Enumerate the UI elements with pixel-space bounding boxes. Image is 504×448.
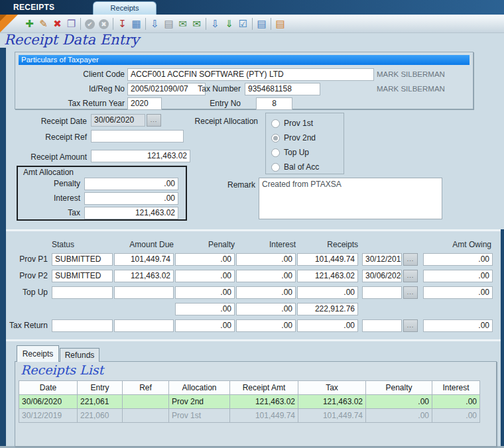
cell-entry: 221,061 [78,395,123,409]
tax-number-field[interactable]: 9354681158 [245,83,320,95]
import-tray-icon[interactable]: ⇓ [222,17,236,31]
tax-year-label: Tax Return Year [29,97,125,109]
receipt-row[interactable]: 30/06/2020221,061Prov 2nd121,463.02121,4… [19,395,480,409]
date-field[interactable] [362,286,402,299]
radio-option-prov-2nd[interactable]: Prov 2nd [266,131,344,145]
sort-descending-icon[interactable]: ⇩ [148,17,162,31]
col-header-allocation[interactable]: Allocation [169,381,230,395]
radio-label: Top Up [284,148,309,157]
penalty-field[interactable]: .00 [175,319,235,332]
receipt-ref-field[interactable] [91,130,184,142]
date-browse-button[interactable]: ... [403,253,418,266]
radio-icon[interactable] [271,119,280,128]
col-header-penalty[interactable]: Penalty [366,381,432,395]
cell-receipt_amt: 101,449.74 [230,409,298,423]
radio-option-prov-1st[interactable]: Prov 1st [266,116,344,131]
grid-row-label: Top Up [6,288,50,297]
interest-field[interactable]: .00 [236,303,296,315]
receipt-row[interactable]: 30/12/2019221,060Prov 1st101,449.74101,4… [19,409,480,423]
radio-option-top-up[interactable]: Top Up [266,145,344,160]
email-send-icon[interactable]: ✉ [190,17,204,31]
penalty-field[interactable]: .00 [175,286,235,299]
sort-descending2-icon[interactable]: ⇩ [208,17,222,31]
interest-field[interactable]: .00 [236,286,296,299]
remark-textarea[interactable]: Created from PTAXSA [259,178,442,219]
amount-due-field[interactable]: 101,449.74 [114,253,174,266]
date-field[interactable] [362,319,402,332]
radio-label: Bal of Acc [284,162,319,172]
cancel-disabled-icon: ✖ [97,17,111,31]
penalty-field[interactable]: .00 [175,253,235,266]
col-header-ref[interactable]: Ref [123,381,169,395]
receipts-field[interactable]: 222,912.76 [297,303,358,315]
table-view-icon[interactable]: ▤ [255,17,269,31]
receipts-field[interactable]: 121,463.02 [297,270,358,282]
toolbar-separator [113,18,113,30]
particulars-panel: Particulars of Taxpayer Client Code ACCF… [15,52,473,109]
date-field[interactable]: 30/06/2020 [362,270,402,282]
date-field[interactable]: 30/12/2019 [362,253,402,266]
receipts-field[interactable]: .00 [297,286,358,299]
col-header-interest[interactable]: Interest [432,381,480,395]
amt-row-field[interactable]: .00 [84,178,178,190]
penalty-field[interactable]: .00 [175,270,235,282]
print-icon[interactable]: ▤ [162,17,176,31]
receipts-field[interactable]: .00 [297,319,358,332]
new-document-icon[interactable]: ✚ [23,17,36,31]
client-code-field[interactable]: ACCF001 ACCFIN SOFTWARE (PTY) LTD [127,68,374,81]
interest-field[interactable]: .00 [236,270,296,282]
import-document-icon[interactable]: ↧ [115,17,129,31]
amt-row-field[interactable]: 121,463.02 [84,207,178,219]
radio-icon[interactable] [271,163,280,172]
radio-option-bal-of-acc[interactable]: Bal of Acc [266,160,344,174]
amt-allocation-row: Interest.00 [18,192,178,205]
cell-receipt_amt: 121,463.02 [230,395,298,409]
tab-receipts-top[interactable]: Receipts [93,1,157,15]
col-header-entry[interactable]: Entry [78,381,123,395]
penalty-field[interactable]: .00 [175,303,235,315]
col-header-receipt-amt[interactable]: Receipt Amt [230,381,298,395]
radio-icon[interactable] [271,148,280,157]
receipt-date-field[interactable]: 30/06/2020 [91,114,145,127]
amount-due-field[interactable] [114,286,174,299]
grid-header-interest: Interest [236,240,296,249]
receipt-amount-field[interactable]: 121,463.02 [91,150,190,162]
tab-refunds[interactable]: Refunds [60,348,99,362]
amt-owing-field[interactable]: .00 [423,270,493,282]
col-header-tax[interactable]: Tax [298,381,366,395]
interest-field[interactable]: .00 [236,319,296,332]
amt-owing-field[interactable]: .00 [423,319,493,332]
table-rows-icon[interactable]: ▤ [273,17,287,31]
amt-row-field[interactable]: .00 [84,192,178,205]
grid-totals-row: .00.00222,912.76 [6,302,501,315]
col-header-date[interactable]: Date [19,381,78,395]
amt-owing-field[interactable]: .00 [423,286,493,299]
date-browse-button[interactable]: ... [403,270,418,282]
delete-icon[interactable]: ✖ [50,17,64,31]
status-field[interactable]: SUBMITTED [52,253,113,266]
date-browse-button[interactable]: ... [403,286,418,299]
receipts-field[interactable]: 101,449.74 [297,253,358,266]
amt-row-label: Penalty [18,178,84,190]
date-browse-button[interactable]: ... [403,319,418,332]
grid-edit-icon[interactable]: ▦ [129,17,143,31]
receipts-table-header-row: DateEntryRefAllocationReceipt AmtTaxPena… [19,381,480,395]
status-field[interactable]: SUBMITTED [52,270,113,282]
amt-owing-field[interactable]: .00 [423,253,493,266]
interest-field[interactable]: .00 [236,253,296,266]
spreadsheet-check-icon[interactable]: ☑ [236,17,250,31]
radio-icon[interactable] [271,134,280,142]
amount-due-field[interactable] [114,319,174,332]
status-field[interactable] [52,286,113,299]
toolbar-separator [145,18,146,30]
edit-document-icon[interactable]: ✎ [36,17,50,31]
amt-allocation-box: Amt Allocation Penalty.00Interest.00Tax1… [17,166,187,221]
copy-icon[interactable]: ❐ [64,17,78,31]
receipt-date-browse-button[interactable]: ... [147,114,161,127]
tab-receipts[interactable]: Receipts [17,345,59,362]
receipt-allocation-group: Prov 1stProv 2ndTop UpBal of Acc [265,113,344,174]
amount-due-field[interactable]: 121,463.02 [114,270,174,282]
status-field[interactable] [52,319,113,332]
toolbar-icons: ✚✎✖❐✔✖↧▦⇩▤✉✉⇩⇓☑▤▤ [23,17,287,31]
email-receive-icon[interactable]: ✉ [176,17,190,31]
